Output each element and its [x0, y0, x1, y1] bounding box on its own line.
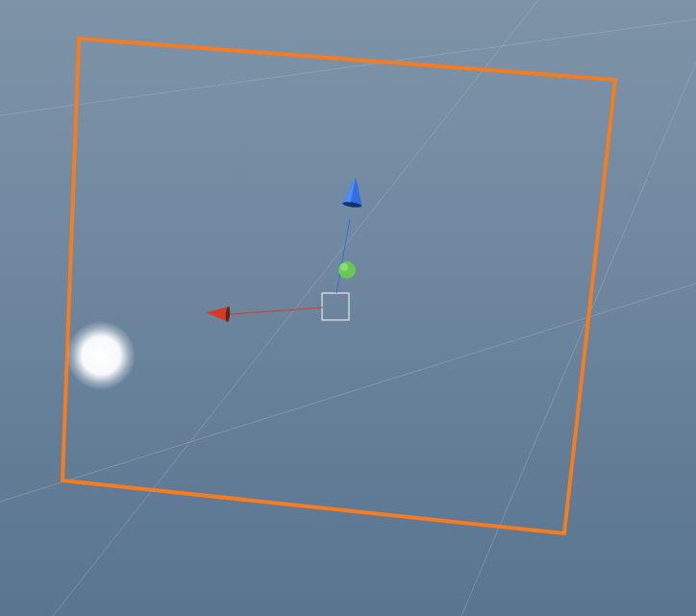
- svg-marker-6: [206, 305, 230, 322]
- svg-point-7: [225, 307, 231, 322]
- svg-line-0: [0, 19, 696, 115]
- svg-point-13: [340, 263, 348, 271]
- gizmo-axis-x[interactable]: [206, 305, 323, 322]
- svg-line-2: [53, 0, 538, 616]
- svg-line-5: [231, 308, 323, 314]
- scene-grid: [0, 0, 696, 616]
- svg-point-4: [66, 321, 136, 390]
- gizmo-pivot[interactable]: [322, 293, 349, 320]
- scene-viewport[interactable]: [0, 0, 696, 616]
- svg-line-3: [461, 62, 696, 616]
- gizmo-axis-z[interactable]: [338, 261, 356, 279]
- svg-point-12: [338, 261, 356, 279]
- svg-marker-10: [341, 176, 356, 206]
- selection-outline: [62, 38, 615, 533]
- light-gizmo[interactable]: [66, 321, 136, 390]
- svg-marker-9: [341, 176, 366, 208]
- svg-line-8: [336, 219, 350, 293]
- transform-gizmo[interactable]: [206, 176, 367, 322]
- gizmo-axis-y[interactable]: [336, 176, 366, 293]
- svg-point-11: [342, 201, 362, 209]
- svg-line-1: [0, 283, 696, 502]
